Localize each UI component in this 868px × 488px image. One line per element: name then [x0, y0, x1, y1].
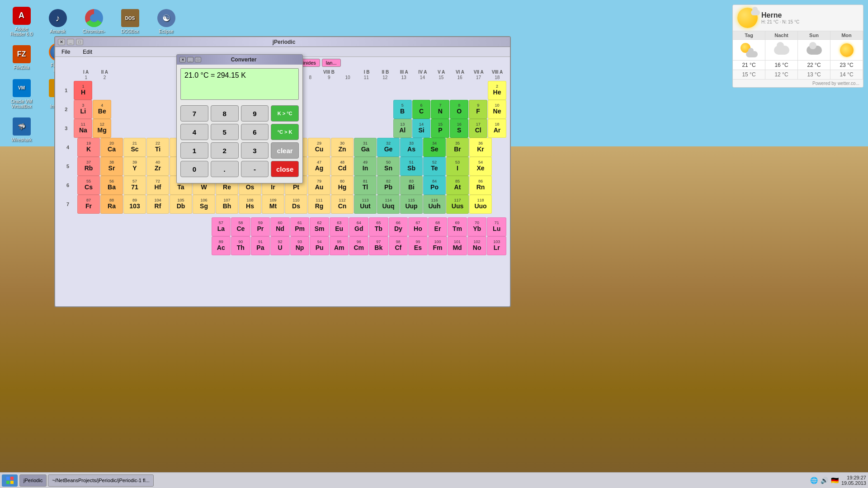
element-Uuq[interactable]: 114Uuq	[377, 195, 400, 214]
element-Cf[interactable]: 98Cf	[389, 236, 408, 255]
converter-close-x[interactable]: ✕	[179, 57, 186, 62]
element-Cl[interactable]: 17Cl	[469, 119, 487, 138]
desktop-icon-adobe[interactable]: A AdobeReader 6.0	[5, 5, 38, 38]
num-9-button[interactable]: 9	[241, 105, 269, 122]
element-B[interactable]: 5B	[393, 100, 412, 119]
element-Eu[interactable]: 63Eu	[330, 217, 349, 236]
element-At[interactable]: 85At	[446, 176, 469, 195]
desktop-icon-amarok[interactable]: ♪ Amarok	[41, 5, 75, 38]
element-Na[interactable]: 11Na	[74, 119, 92, 138]
num-0-button[interactable]: 0	[180, 161, 208, 177]
element-Ar[interactable]: 18Ar	[488, 119, 506, 138]
element-Se[interactable]: 34Se	[423, 138, 446, 157]
clear-button[interactable]: clear	[271, 142, 299, 159]
element-Rn[interactable]: 86Rn	[469, 176, 492, 195]
element-Yb[interactable]: 70Yb	[467, 217, 487, 236]
menu-file[interactable]: File	[59, 48, 73, 56]
element-F[interactable]: 9F	[469, 100, 487, 119]
num-7-button[interactable]: 7	[180, 105, 208, 122]
element-Cn[interactable]: 112Cn	[331, 195, 354, 214]
element-Ge[interactable]: 32Ge	[377, 138, 400, 157]
element-Lr[interactable]: 103Lr	[487, 236, 506, 255]
element-Ra[interactable]: 88Ra	[100, 195, 123, 214]
window-max-btn[interactable]: □	[76, 39, 83, 45]
element-No[interactable]: 102No	[467, 236, 487, 255]
element-Br[interactable]: 35Br	[446, 138, 469, 157]
num-5-button[interactable]: 5	[211, 124, 239, 140]
desktop-icon-dosbox[interactable]: DOS DOSBox	[113, 5, 147, 38]
element-Nd[interactable]: 60Nd	[270, 217, 290, 236]
element-Cs[interactable]: 55Cs	[77, 176, 100, 195]
element-Uut[interactable]: 113Uut	[354, 195, 377, 214]
element-Uuh[interactable]: 116Uuh	[423, 195, 446, 214]
element-Uuo[interactable]: 118Uuo	[469, 195, 492, 214]
window-close-btn[interactable]: ✕	[58, 39, 65, 45]
decimal-button[interactable]: .	[211, 161, 239, 177]
element-Pm[interactable]: 61Pm	[290, 217, 310, 236]
element-Rb[interactable]: 37Rb	[77, 157, 100, 176]
element-Cu[interactable]: 29Cu	[308, 138, 330, 157]
element-Sc[interactable]: 21Sc	[123, 138, 146, 157]
element-Te[interactable]: 52Te	[423, 157, 446, 176]
element-Sn[interactable]: 50Sn	[377, 157, 400, 176]
element-Li[interactable]: 3Li	[74, 100, 92, 119]
element-Xe[interactable]: 54Xe	[469, 157, 492, 176]
num-1-button[interactable]: 1	[180, 142, 208, 159]
element-Ga[interactable]: 31Ga	[354, 138, 377, 157]
element-Tm[interactable]: 69Tm	[448, 217, 467, 236]
element-Sb[interactable]: 51Sb	[400, 157, 423, 176]
num-2-button[interactable]: 2	[211, 142, 239, 159]
desktop-icon-filezilla[interactable]: FZ FileZilla	[5, 41, 38, 75]
element-In[interactable]: 49In	[354, 157, 377, 176]
element-Fm[interactable]: 100Fm	[428, 236, 448, 255]
element-Ce[interactable]: 58Ce	[231, 217, 250, 236]
c-to-k-button[interactable]: °C > K	[271, 124, 299, 140]
element-As[interactable]: 33As	[400, 138, 423, 157]
element-Np[interactable]: 93Np	[290, 236, 310, 255]
taskbar-app-jperiodic[interactable]: jPeriodic	[19, 474, 47, 487]
element-H[interactable]: 1H	[74, 81, 92, 100]
num-4-button[interactable]: 4	[180, 124, 208, 140]
desktop-icon-eclipse[interactable]: ☯ Eclipse	[149, 5, 183, 38]
element-Md[interactable]: 101Md	[448, 236, 467, 255]
element-Sr[interactable]: 38Sr	[100, 157, 123, 176]
num-8-button[interactable]: 8	[211, 105, 239, 122]
converter-min[interactable]: _	[187, 57, 193, 62]
element-C[interactable]: 6C	[412, 100, 431, 119]
element-103[interactable]: 89103	[123, 195, 146, 214]
element-Hg[interactable]: 80Hg	[331, 176, 354, 195]
element-Db[interactable]: 105Db	[170, 195, 192, 214]
num-6-button[interactable]: 6	[241, 124, 269, 140]
element-Uup[interactable]: 115Uup	[400, 195, 423, 214]
element-Lu[interactable]: 71Lu	[487, 217, 506, 236]
element-Hs[interactable]: 108Hs	[239, 195, 261, 214]
element-Zr[interactable]: 40Zr	[146, 157, 169, 176]
element-Pb[interactable]: 82Pb	[377, 176, 400, 195]
element-P[interactable]: 15P	[431, 119, 449, 138]
element-Rg[interactable]: 111Rg	[308, 195, 330, 214]
element-Mt[interactable]: 109Mt	[262, 195, 284, 214]
element-Si[interactable]: 14Si	[412, 119, 431, 138]
element-Uus[interactable]: 117Uus	[446, 195, 469, 214]
element-Gd[interactable]: 64Gd	[349, 217, 368, 236]
element-Er[interactable]: 68Er	[428, 217, 448, 236]
element-Ag[interactable]: 47Ag	[308, 157, 330, 176]
element-Tl[interactable]: 81Tl	[354, 176, 377, 195]
element-Es[interactable]: 99Es	[408, 236, 428, 255]
element-Kr[interactable]: 36Kr	[469, 138, 492, 157]
element-Po[interactable]: 84Po	[423, 176, 446, 195]
desktop-icon-oracle[interactable]: VM Oracle VMVirtualBox	[5, 77, 38, 111]
element-71[interactable]: 5771	[123, 176, 146, 195]
element-Am[interactable]: 95Am	[330, 236, 349, 255]
element-Pr[interactable]: 59Pr	[251, 217, 270, 236]
element-Ne[interactable]: 10Ne	[488, 100, 506, 119]
element-Ti[interactable]: 22Ti	[146, 138, 169, 157]
element-Al[interactable]: 13Al	[393, 119, 412, 138]
element-La[interactable]: 57La	[212, 217, 231, 236]
element-Pa[interactable]: 91Pa	[251, 236, 270, 255]
element-Sg[interactable]: 106Sg	[193, 195, 215, 214]
taskbar-start-button[interactable]	[2, 474, 18, 487]
k-to-c-button[interactable]: K > °C	[271, 105, 299, 122]
element-Ac[interactable]: 89Ac	[212, 236, 231, 255]
element-Zn[interactable]: 30Zn	[331, 138, 354, 157]
